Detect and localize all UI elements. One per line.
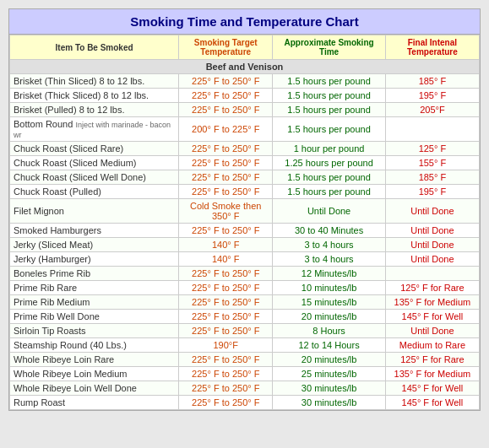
table-row: Whole Ribeye Loin Rare225° F to 250° F20… (10, 353, 480, 367)
item-cell: Bottom Round Inject with marinade - baco… (10, 117, 179, 142)
time-cell: 12 Minutes/lb (273, 267, 385, 281)
final-temp-cell: Until Done (385, 238, 479, 252)
final-temp-cell: Until Done (385, 252, 479, 267)
time-cell: 1.5 hours per pound (273, 89, 385, 103)
table-row: Chuck Roast (Sliced Medium)225° F to 250… (10, 156, 480, 170)
item-cell: Whole Ribeye Loin Rare (10, 353, 179, 367)
table-body: Beef and VenisonBrisket (Thin Sliced) 8 … (10, 60, 480, 410)
item-cell: Filet Mignon (10, 199, 179, 224)
final-temp-cell: Until Done (385, 199, 479, 224)
time-cell: 1.5 hours per pound (273, 170, 385, 185)
temp-cell: Cold Smoke then 350° F (179, 199, 273, 224)
final-temp-cell: 185° F (385, 74, 479, 89)
time-cell: 1.5 hours per pound (273, 103, 385, 117)
temp-cell: 225° F to 250° F (179, 367, 273, 381)
temp-cell: 200° F to 225° F (179, 117, 273, 142)
final-temp-cell: 125° F for Rare (385, 353, 479, 367)
table-row: Chuck Roast (Pulled)225° F to 250° F1.5 … (10, 185, 480, 199)
temp-cell: 225° F to 250° F (179, 353, 273, 367)
final-temp-cell: 135° F for Medium (385, 367, 479, 381)
time-cell: Until Done (273, 199, 385, 224)
final-temp-cell: Medium to Rare (385, 338, 479, 353)
temp-cell: 225° F to 250° F (179, 381, 273, 396)
final-temp-cell: 205°F (385, 103, 479, 117)
final-temp-cell: 155° F (385, 156, 479, 170)
smoking-chart-table: Item To Be Smoked Smoking Target Tempera… (9, 35, 480, 410)
table-row: Bottom Round Inject with marinade - baco… (10, 117, 480, 142)
time-cell: 30 to 40 Minutes (273, 224, 385, 238)
temp-cell: 140° F (179, 238, 273, 252)
table-row: Jerky (Sliced Meat)140° F3 to 4 hoursUnt… (10, 238, 480, 252)
final-temp-cell (385, 117, 479, 142)
table-row: Prime Rib Rare225° F to 250° F10 minutes… (10, 281, 480, 295)
temp-cell: 225° F to 250° F (179, 267, 273, 281)
item-cell: Brisket (Thick Sliced) 8 to 12 lbs. (10, 89, 179, 103)
time-cell: 10 minutes/lb (273, 281, 385, 295)
time-cell: 3 to 4 hours (273, 238, 385, 252)
table-row: Prime Rib Well Done225° F to 250° F20 mi… (10, 310, 480, 324)
table-row: Smoked Hamburgers225° F to 250° F30 to 4… (10, 224, 480, 238)
temp-cell: 225° F to 250° F (179, 156, 273, 170)
item-cell: Steamship Round (40 Lbs.) (10, 338, 179, 353)
item-cell: Jerky (Sliced Meat) (10, 238, 179, 252)
time-cell: 1.5 hours per pound (273, 74, 385, 89)
temp-cell: 190°F (179, 338, 273, 353)
time-cell: 1 hour per pound (273, 142, 385, 156)
temp-cell: 225° F to 250° F (179, 396, 273, 410)
time-cell: 20 minutes/lb (273, 353, 385, 367)
table-row: Prime Rib Medium225° F to 250° F15 minut… (10, 295, 480, 310)
item-cell: Brisket (Pulled) 8 to 12 lbs. (10, 103, 179, 117)
temp-cell: 140° F (179, 252, 273, 267)
table-row: Filet MignonCold Smoke then 350° FUntil … (10, 199, 480, 224)
table-row: Whole Ribeye Loin Well Done225° F to 250… (10, 381, 480, 396)
time-cell: 1.25 hours per pound (273, 156, 385, 170)
final-temp-cell: Until Done (385, 224, 479, 238)
final-temp-cell: 145° F for Well (385, 396, 479, 410)
temp-cell: 225° F to 250° F (179, 295, 273, 310)
item-cell: Smoked Hamburgers (10, 224, 179, 238)
time-cell: 25 minutes/lb (273, 367, 385, 381)
item-cell: Prime Rib Medium (10, 295, 179, 310)
table-row: Chuck Roast (Sliced Well Done)225° F to … (10, 170, 480, 185)
item-cell: Chuck Roast (Pulled) (10, 185, 179, 199)
chart-container: Smoking Time and Temperature Chart Item … (8, 8, 481, 411)
time-cell: 30 minutes/lb (273, 381, 385, 396)
final-temp-cell: 135° F for Medium (385, 295, 479, 310)
temp-cell: 225° F to 250° F (179, 103, 273, 117)
time-cell: 15 minutes/lb (273, 295, 385, 310)
item-cell: Boneles Prime Rib (10, 267, 179, 281)
item-cell: Brisket (Thin Sliced) 8 to 12 lbs. (10, 74, 179, 89)
final-temp-cell: 185° F (385, 170, 479, 185)
item-cell: Rump Roast (10, 396, 179, 410)
final-temp-cell: 145° F for Well (385, 381, 479, 396)
item-cell: Prime Rib Rare (10, 281, 179, 295)
temp-cell: 225° F to 250° F (179, 281, 273, 295)
chart-title: Smoking Time and Temperature Chart (9, 9, 480, 35)
time-cell: 1.5 hours per pound (273, 185, 385, 199)
item-cell: Chuck Roast (Sliced Medium) (10, 156, 179, 170)
final-temp-cell (385, 267, 479, 281)
time-cell: 12 to 14 Hours (273, 338, 385, 353)
time-cell: 1.5 hours per pound (273, 117, 385, 142)
header-time: Approximate Smoking Time (273, 35, 385, 60)
final-temp-cell: 195° F (385, 185, 479, 199)
table-row: Brisket (Thick Sliced) 8 to 12 lbs.225° … (10, 89, 480, 103)
item-cell: Sirloin Tip Roasts (10, 324, 179, 338)
section-header-row: Beef and Venison (10, 60, 480, 74)
table-row: Whole Ribeye Loin Medium225° F to 250° F… (10, 367, 480, 381)
header-item: Item To Be Smoked (10, 35, 179, 60)
time-cell: 8 Hours (273, 324, 385, 338)
temp-cell: 225° F to 250° F (179, 89, 273, 103)
item-cell: Prime Rib Well Done (10, 310, 179, 324)
final-temp-cell: 195° F (385, 89, 479, 103)
header-temp: Smoking Target Temperature (179, 35, 273, 60)
temp-cell: 225° F to 250° F (179, 74, 273, 89)
table-row: Boneles Prime Rib225° F to 250° F12 Minu… (10, 267, 480, 281)
time-cell: 3 to 4 hours (273, 252, 385, 267)
table-row: Sirloin Tip Roasts225° F to 250° F8 Hour… (10, 324, 480, 338)
item-cell: Jerky (Hamburger) (10, 252, 179, 267)
table-row: Steamship Round (40 Lbs.)190°F12 to 14 H… (10, 338, 480, 353)
table-row: Chuck Roast (Sliced Rare)225° F to 250° … (10, 142, 480, 156)
item-cell: Whole Ribeye Loin Medium (10, 367, 179, 381)
item-cell: Chuck Roast (Sliced Rare) (10, 142, 179, 156)
